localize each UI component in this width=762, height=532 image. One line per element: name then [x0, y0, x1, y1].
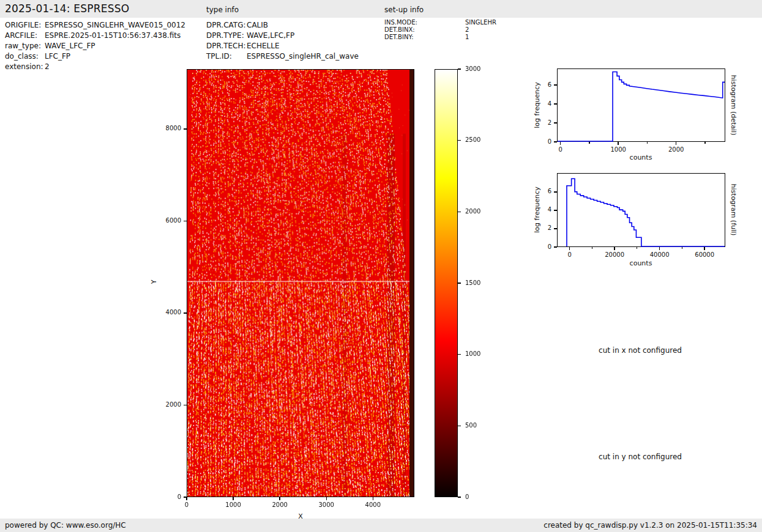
x-tick-label: 40000 — [643, 251, 677, 258]
y-tick — [554, 191, 557, 192]
x-tick-label: 60000 — [687, 251, 722, 258]
y-tick-label: 2 — [534, 119, 551, 126]
x-tick — [233, 497, 233, 500]
hist-full-side-label: histogram (full) — [730, 184, 738, 236]
colorbar-tick-label: 500 — [465, 422, 477, 429]
setup-info-block: INS.MODE:SINGLEHR DET.BINX:2 DET.BINY:1 — [384, 19, 496, 41]
y-tick — [184, 405, 187, 405]
x-tick-label: 3000 — [313, 501, 340, 508]
colorbar-tick-label: 2500 — [465, 136, 480, 143]
field-label: DPR.CATG: — [206, 20, 247, 31]
y-tick-label: 8000 — [154, 125, 181, 131]
colorbar-tick-label: 3000 — [465, 65, 480, 72]
colorbar-tick-label: 0 — [465, 493, 469, 500]
x-tick — [614, 247, 614, 250]
setup-info-header: set-up info — [384, 6, 424, 14]
colorbar-tick — [458, 354, 461, 355]
field-value: ESPRESSO_singleHR_cal_wave — [247, 51, 359, 62]
colorbar-tick-label: 1500 — [465, 279, 480, 286]
field-label: DET.BINY: — [384, 34, 465, 41]
type-info-row: DPR.CATG:CALIB — [206, 20, 359, 31]
colorbar-tick — [458, 68, 461, 69]
y-tick — [554, 84, 557, 85]
field-value: CALIB — [247, 20, 268, 31]
x-tick-label: 0 — [543, 146, 578, 153]
field-value: ESPRE.2025-01-15T10:56:37.438.fits — [45, 31, 181, 41]
y-tick — [554, 103, 557, 104]
histogram-full-plot — [557, 173, 725, 247]
field-value: WAVE_LFC_FP — [45, 41, 95, 51]
field-value: LFC_FP — [45, 51, 70, 62]
field-value: ESPRESSO_SINGLEHR_WAVE015_0012 — [45, 20, 185, 31]
field-label: INS.MODE: — [384, 19, 465, 26]
field-label: ORIGFILE: — [5, 20, 45, 31]
x-minor-tick — [704, 142, 705, 144]
field-label: DPR.TECH: — [206, 41, 247, 51]
x-tick-label: 0 — [553, 251, 587, 258]
footer-right-text: created by qc_rawdisp.py v1.2.3 on 2025-… — [543, 519, 757, 532]
colorbar-tick — [458, 140, 461, 141]
qc-report-page: 2025-01-14: ESPRESSO type info set-up in… — [0, 0, 762, 532]
y-tick-label: 2000 — [154, 401, 181, 408]
y-tick — [184, 497, 187, 497]
x-minor-tick — [637, 247, 637, 249]
type-info-row: TPL.ID:ESPRESSO_singleHR_cal_wave — [206, 51, 359, 62]
setup-info-row: DET.BINX:2 — [384, 26, 496, 34]
type-info-row: DPR.TECH:ECHELLE — [206, 41, 359, 51]
x-tick — [569, 247, 570, 250]
colorbar — [435, 69, 458, 497]
cut-x-message: cut in x not configured — [599, 346, 682, 355]
type-info-header: type info — [206, 6, 239, 14]
y-tick — [554, 246, 557, 247]
x-tick-label: 0 — [173, 501, 200, 508]
y-tick — [184, 221, 187, 221]
colorbar-tick — [458, 212, 461, 212]
file-info-row: extension:2 — [5, 62, 185, 72]
x-minor-tick — [647, 142, 648, 144]
field-value: 2 — [45, 62, 50, 72]
colorbar-tick — [458, 426, 461, 426]
x-tick — [326, 497, 327, 500]
type-info-row: DPR.TYPE:WAVE,LFC,FP — [206, 31, 359, 41]
y-axis-label: Y — [150, 280, 158, 284]
header-bar: 2025-01-14: ESPRESSO type info set-up in… — [0, 0, 762, 18]
x-tick-label: 20000 — [597, 251, 632, 258]
y-tick-label: 0 — [534, 243, 551, 250]
file-info-row: ORIGFILE:ESPRESSO_SINGLEHR_WAVE015_0012 — [5, 20, 185, 31]
colorbar-tick-label: 2000 — [465, 208, 480, 215]
field-label: do_class: — [5, 51, 45, 62]
x-tick-label: 1000 — [601, 146, 635, 153]
y-tick — [554, 228, 557, 229]
y-tick — [554, 122, 557, 123]
y-tick-label: 0 — [154, 493, 181, 500]
file-info-row: do_class:LFC_FP — [5, 51, 185, 62]
x-tick — [676, 142, 676, 145]
file-info-row: raw_type:WAVE_LFC_FP — [5, 41, 185, 51]
x-tick-label: 2000 — [659, 146, 693, 153]
field-value: WAVE,LFC,FP — [247, 31, 294, 41]
histogram_detail-curve — [558, 69, 725, 141]
footer-left-text: powered by QC: www.eso.org/HC — [5, 519, 126, 532]
field-label: DPR.TYPE: — [206, 31, 247, 41]
x-minor-tick — [589, 142, 589, 144]
y-tick — [184, 128, 187, 129]
x-tick — [279, 497, 280, 500]
file-info-row: ARCFILE:ESPRE.2025-01-15T10:56:37.438.fi… — [5, 31, 185, 41]
cut-y-message: cut in y not configured — [599, 453, 682, 461]
x-tick-label: 4000 — [359, 501, 386, 508]
colorbar-tick — [458, 283, 461, 283]
y-tick — [554, 141, 557, 142]
x-tick — [560, 142, 561, 145]
hist-full-xlabel: counts — [630, 259, 652, 267]
type-info-block: DPR.CATG:CALIB DPR.TYPE:WAVE,LFC,FP DPR.… — [206, 20, 359, 62]
field-value: SINGLEHR — [465, 19, 496, 26]
setup-info-row: DET.BINY:1 — [384, 34, 496, 41]
hist-detail-xlabel: counts — [630, 153, 652, 161]
histogram_full-curve — [558, 174, 725, 246]
y-tick-label: 6000 — [154, 217, 181, 224]
x-tick — [618, 142, 618, 145]
y-tick — [184, 312, 187, 313]
y-tick — [554, 210, 557, 210]
x-tick — [704, 247, 704, 250]
field-value: ECHELLE — [247, 41, 280, 51]
